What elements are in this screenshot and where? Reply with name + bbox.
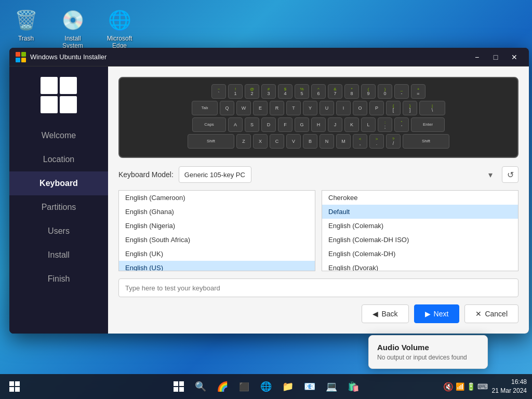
kb-key-7[interactable]: &7 [328,84,342,99]
next-button[interactable]: ▶ Next [414,304,460,323]
kb-key-n[interactable]: N [320,134,334,149]
keyboard-test-input[interactable] [118,278,518,297]
kb-key-p[interactable]: P [369,101,384,115]
kb-key-period[interactable]: >. [369,134,384,149]
taskbar-widgets-button[interactable]: 🌈 [213,377,232,396]
taskbar-store-button[interactable]: 🛍️ [344,377,363,396]
sidebar-item-users[interactable]: Users [9,219,108,243]
network-icon[interactable]: 📶 [456,382,464,391]
kb-key-2[interactable]: @2 [245,84,259,99]
close-button[interactable]: ✕ [506,51,523,63]
kb-key-enter[interactable]: Enter [411,117,445,132]
kb-key-m[interactable]: M [336,134,351,149]
kb-key-semicolon[interactable]: :; [378,117,392,132]
kb-key-backtick[interactable]: ~` [211,84,226,99]
install-system-icon[interactable]: 💿 Install System [52,5,94,52]
kb-key-9[interactable]: (9 [361,84,376,99]
kb-key-k[interactable]: K [344,117,359,132]
layout-item-nigeria[interactable]: English (Nigeria) [119,219,315,233]
layout-item-uk[interactable]: English (UK) [119,247,315,261]
kb-key-rshift[interactable]: Shift [403,134,449,149]
kb-key-lshift[interactable]: Shift [188,134,234,149]
kb-key-e[interactable]: E [253,101,268,115]
sidebar-item-welcome[interactable]: Welcome [9,124,108,148]
taskbar-start-button[interactable] [169,377,188,396]
kb-key-8[interactable]: *8 [344,84,359,99]
taskbar-clock[interactable]: 16:48 21 Mar 2024 [492,378,527,395]
kb-key-comma[interactable]: <, [353,134,367,149]
variant-item-dvorak[interactable]: English (Dvorak) [322,261,518,271]
kb-key-u[interactable]: U [320,101,334,115]
kb-key-equals[interactable]: += [411,84,425,99]
kb-key-g[interactable]: G [295,117,309,132]
kb-key-q[interactable]: Q [220,101,234,115]
kb-key-apostrophe[interactable]: "' [394,117,409,132]
battery-icon[interactable]: 🔋 [467,382,475,391]
kb-key-w[interactable]: W [236,101,251,115]
kb-key-minus[interactable]: _- [394,84,409,99]
kb-key-d[interactable]: D [261,117,276,132]
back-button[interactable]: ◀ Back [362,304,408,323]
kb-key-t[interactable]: T [286,101,301,115]
kb-key-s[interactable]: S [245,117,259,132]
variant-item-colemak-dh-iso[interactable]: English (Colemak-DH ISO) [322,233,518,247]
kb-key-x[interactable]: X [253,134,268,149]
taskbar-edge-button[interactable]: 🌐 [257,377,275,396]
taskbar-mail-button[interactable]: 📧 [300,377,319,396]
taskbar-show-desktop-button[interactable] [5,377,24,396]
variant-item-default[interactable]: Default [322,205,518,219]
taskbar-explorer-button[interactable]: 📁 [278,377,297,396]
kb-key-j[interactable]: J [328,117,342,132]
keyboard-refresh-button[interactable]: ↺ [502,166,518,183]
kb-key-5[interactable]: %5 [295,84,309,99]
kb-key-o[interactable]: O [353,101,367,115]
microsoft-edge-icon[interactable]: 🌐 Microsoft Edge [99,5,140,52]
taskbar-task-view-button[interactable]: ⬛ [235,377,254,396]
kb-key-a[interactable]: A [228,117,243,132]
layout-item-us[interactable]: English (US) [119,261,315,271]
taskbar-search-button[interactable]: 🔍 [191,377,210,396]
sidebar-item-keyboard[interactable]: Keyboard [9,171,108,195]
kb-key-f[interactable]: F [278,117,292,132]
kb-key-b[interactable]: B [303,134,317,149]
sidebar-item-install[interactable]: Install [9,243,108,267]
kb-key-1[interactable]: !1 [228,84,243,99]
layout-item-cameroon[interactable]: English (Cameroon) [119,191,315,205]
kb-key-l[interactable]: L [361,117,376,132]
trash-icon[interactable]: 🗑️ Trash [5,5,47,52]
variant-item-colemak[interactable]: English (Colemak) [322,219,518,233]
volume-icon[interactable]: 🔇 [443,382,454,392]
taskbar-terminal-button[interactable]: 💻 [322,377,341,396]
variant-list[interactable]: Cherokee Default English (Colemak) Engli… [322,190,518,271]
kb-key-6[interactable]: ^6 [311,84,326,99]
layout-list[interactable]: English (Cameroon) English (Ghana) Engli… [118,190,315,271]
kb-key-v[interactable]: V [286,134,301,149]
kb-key-r[interactable]: R [270,101,284,115]
kb-key-z[interactable]: Z [236,134,251,149]
sidebar-item-finish[interactable]: Finish [9,267,108,291]
variant-item-cherokee[interactable]: Cherokee [322,191,518,205]
kb-key-caps[interactable]: Caps [192,117,226,132]
kb-key-tab[interactable]: Tab [192,101,218,115]
kb-key-4[interactable]: $4 [278,84,292,99]
sidebar-item-partitions[interactable]: Partitions [9,195,108,219]
kb-key-slash[interactable]: ?/ [386,134,401,149]
sidebar-item-location[interactable]: Location [9,148,108,171]
kb-key-3[interactable]: #3 [261,84,276,99]
minimize-button[interactable]: − [469,51,485,63]
kb-key-rbracket[interactable]: }] [403,101,417,115]
kb-key-h[interactable]: H [311,117,326,132]
kb-key-backslash[interactable]: |\ [419,101,445,115]
layout-item-south-africa[interactable]: English (South Africa) [119,233,315,247]
kb-key-0[interactable]: )0 [378,84,392,99]
maximize-button[interactable]: □ [487,51,504,63]
kb-key-c[interactable]: C [270,134,284,149]
layout-item-ghana[interactable]: English (Ghana) [119,205,315,219]
variant-item-colemak-dh[interactable]: English (Colemak-DH) [322,247,518,261]
kb-key-y[interactable]: Y [303,101,317,115]
keyboard-icon[interactable]: ⌨ [477,382,488,391]
kb-key-i[interactable]: I [336,101,351,115]
cancel-button[interactable]: ✕ Cancel [464,304,518,323]
kb-key-lbracket[interactable]: {[ [386,101,401,115]
keyboard-model-select[interactable]: Generic 105-key PC [179,166,251,183]
